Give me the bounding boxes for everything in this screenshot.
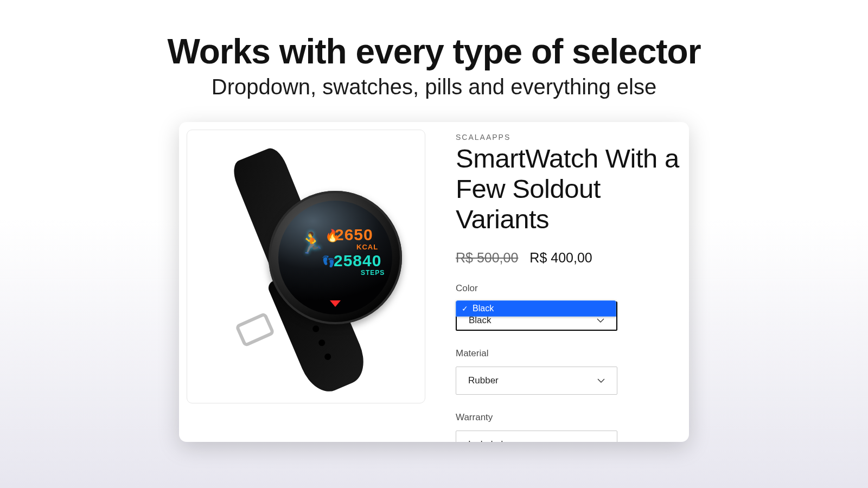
smartwatch-illustration: 🏃 🔥 2650 KCAL 👣 25840 STEPS [209, 153, 402, 386]
watch-buckle [235, 312, 276, 347]
warranty-field: Warranty Included [456, 412, 679, 442]
color-select-value: Black [469, 315, 492, 326]
product-title: SmartWatch With a Few Soldout Variants [456, 144, 679, 235]
material-select[interactable]: Rubber [456, 367, 617, 395]
price-original: R$ 500,00 [456, 250, 518, 265]
triangle-indicator-icon [330, 300, 341, 307]
hero-title: Works with every type of selector [0, 31, 868, 72]
chevron-down-icon [597, 317, 604, 324]
color-dropdown-option-black[interactable]: ✓ Black [456, 300, 616, 317]
watch-face: 🏃 🔥 2650 KCAL 👣 25840 STEPS [269, 191, 402, 324]
color-label: Color [456, 283, 679, 294]
material-select-value: Rubber [468, 375, 499, 386]
steps-value: 25840 [334, 252, 381, 270]
steps-label: STEPS [361, 269, 385, 277]
product-card: 🏃 🔥 2650 KCAL 👣 25840 STEPS SCALAAPPS Sm… [179, 122, 689, 442]
color-option-label: Black [473, 304, 494, 313]
price-sale: R$ 400,00 [529, 250, 592, 265]
product-brand: SCALAAPPS [456, 133, 679, 142]
product-prices: R$ 500,00 R$ 400,00 [456, 250, 679, 266]
warranty-select-value: Included [468, 439, 503, 442]
chevron-down-icon [597, 441, 605, 442]
product-image[interactable]: 🏃 🔥 2650 KCAL 👣 25840 STEPS [187, 130, 425, 403]
product-details: SCALAAPPS SmartWatch With a Few Soldout … [425, 130, 679, 442]
color-field: Color ✓ Black Black [456, 283, 679, 331]
kcal-value: 2650 [335, 226, 373, 244]
kcal-label: KCAL [356, 243, 378, 251]
warranty-select[interactable]: Included [456, 431, 617, 442]
chevron-down-icon [597, 377, 605, 384]
material-label: Material [456, 348, 679, 359]
warranty-label: Warranty [456, 412, 679, 423]
material-field: Material Rubber [456, 348, 679, 395]
hero-header: Works with every type of selector Dropdo… [0, 0, 868, 99]
hero-subtitle: Dropdown, swatches, pills and everything… [0, 75, 868, 99]
check-icon: ✓ [462, 304, 468, 313]
